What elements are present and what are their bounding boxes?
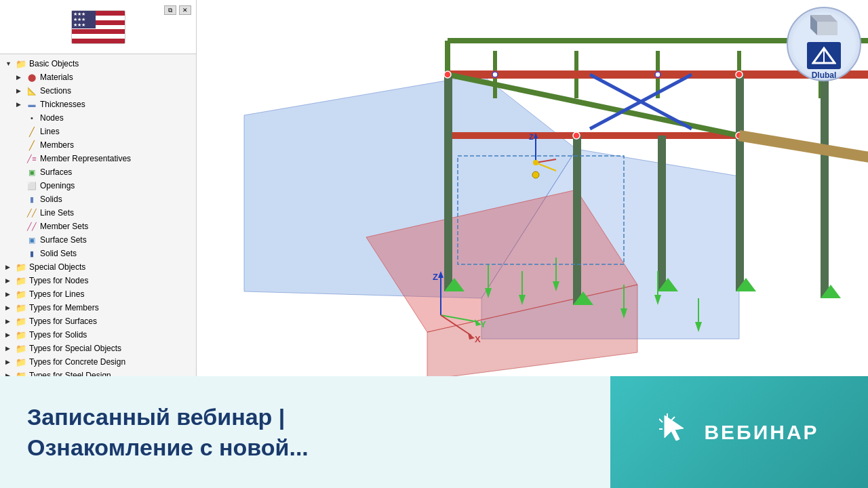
- sidebar-item-types-concrete[interactable]: ▶ 📁 Types for Concrete Design: [0, 355, 196, 369]
- sidebar-item-openings[interactable]: ⬜ Openings: [0, 179, 196, 192]
- sidebar-item-label: Sections: [40, 86, 71, 96]
- sidebar-item-label: Surface Sets: [40, 235, 87, 245]
- svg-rect-28: [821, 75, 829, 298]
- sidebar-item-label: Materials: [40, 73, 73, 82]
- svg-rect-23: [444, 75, 452, 291]
- sidebar-item-types-members[interactable]: ▶ 📁 Types for Members: [0, 301, 196, 314]
- sidebar-item-types-nodes[interactable]: ▶ 📁 Types for Nodes: [0, 274, 196, 287]
- dlubal-logo: Dlubal: [787, 7, 861, 81]
- banner-text-area: Записанный вебинар | Ознакомление с ново…: [0, 388, 570, 475]
- dlubal-badge: [807, 42, 841, 69]
- sidebar-item-types-special-objects[interactable]: ▶ 📁 Types for Special Objects: [0, 342, 196, 355]
- members-icon: ╱: [26, 139, 38, 151]
- sidebar-item-special-objects[interactable]: ▶ 📁 Special Objects: [0, 260, 196, 274]
- line-sets-icon: ╱╱: [26, 207, 38, 219]
- sidebar-item-label: Openings: [40, 181, 75, 190]
- sidebar-item-label: Types for Special Objects: [29, 344, 121, 353]
- sidebar-item-surfaces[interactable]: ▣ Surfaces: [0, 165, 196, 179]
- language-flag[interactable]: [71, 10, 125, 44]
- sidebar-item-types-steel[interactable]: ▶ 📁 Types for Steel Design: [0, 369, 196, 376]
- sidebar-item-materials[interactable]: ▶ ⬤ Materials: [0, 70, 196, 84]
- expand-arrow: ▶: [5, 359, 15, 365]
- sidebar-item-label: Thicknesses: [40, 100, 85, 109]
- sidebar-item-member-representatives[interactable]: ╱≡ Member Representatives: [0, 152, 196, 165]
- folder-icon: 📁: [15, 369, 27, 376]
- left-panel: ⧉ ✕ ▼ 📁 Basic Objects ▶ ⬤ Materials ▶ 📐 …: [0, 0, 197, 376]
- sidebar-item-line-sets[interactable]: ╱╱ Line Sets: [0, 206, 196, 220]
- restore-button[interactable]: ⧉: [164, 5, 176, 15]
- folder-icon: 📁: [15, 342, 27, 354]
- basic-objects-group[interactable]: ▼ 📁 Basic Objects: [0, 57, 196, 70]
- sidebar-item-label: Types for Concrete Design: [29, 357, 125, 367]
- expand-arrow: ▶: [5, 318, 15, 325]
- banner-right[interactable]: ВЕБИНАР: [610, 376, 868, 488]
- sidebar-item-label: Solids: [40, 195, 62, 204]
- sidebar-item-thicknesses[interactable]: ▶ ▬ Thicknesses: [0, 98, 196, 111]
- sidebar-item-sections[interactable]: ▶ 📐 Sections: [0, 84, 196, 98]
- nodes-icon: •: [26, 112, 38, 124]
- folder-icon: 📁: [15, 288, 27, 300]
- sidebar-item-nodes[interactable]: • Nodes: [0, 111, 196, 125]
- sidebar-item-surface-sets[interactable]: ▣ Surface Sets: [0, 233, 196, 247]
- sidebar-item-solid-sets[interactable]: ▮ Solid Sets: [0, 247, 196, 260]
- svg-text:X: X: [475, 334, 481, 344]
- svg-text:Y: Y: [480, 319, 486, 329]
- sidebar-item-label: Members: [40, 140, 74, 150]
- svg-point-61: [533, 160, 538, 165]
- sidebar-item-types-lines[interactable]: ▶ 📁 Types for Lines: [0, 287, 196, 301]
- sidebar-item-types-solids[interactable]: ▶ 📁 Types for Solids: [0, 328, 196, 342]
- sidebar-item-label: Member Sets: [40, 222, 88, 231]
- sidebar-item-label: Member Representatives: [40, 154, 131, 163]
- folder-icon: 📁: [15, 58, 27, 70]
- svg-point-72: [532, 171, 539, 178]
- top-bar: ⧉ ✕: [0, 0, 197, 54]
- sidebar-item-label: Types for Lines: [29, 289, 84, 299]
- dlubal-name-label: Dlubal: [812, 70, 837, 80]
- sidebar-item-members[interactable]: ╱ Members: [0, 138, 196, 152]
- lines-icon: ╱: [26, 125, 38, 138]
- materials-icon: ⬤: [26, 71, 38, 83]
- svg-line-80: [659, 419, 663, 422]
- surfaces-icon: ▣: [26, 166, 38, 178]
- thicknesses-icon: ▬: [26, 98, 38, 110]
- expand-arrow: ▶: [5, 277, 15, 284]
- svg-text:Z: Z: [433, 272, 438, 282]
- close-button[interactable]: ✕: [179, 5, 191, 15]
- svg-rect-27: [658, 136, 666, 291]
- sidebar-item-solids[interactable]: ▮ Solids: [0, 192, 196, 206]
- sidebar-item-label: Types for Solids: [29, 330, 87, 340]
- folder-icon: 📁: [15, 302, 27, 314]
- sidebar-item-lines[interactable]: ╱ Lines: [0, 125, 196, 138]
- sidebar-item-label: Types for Nodes: [29, 276, 88, 285]
- expand-arrow: ▶: [16, 87, 26, 94]
- sidebar-item-label: Types for Members: [29, 303, 99, 312]
- sidebar-item-member-sets[interactable]: ╱╱ Member Sets: [0, 220, 196, 233]
- expand-arrow: ▶: [16, 74, 26, 81]
- diagonal-separator: [570, 376, 610, 488]
- svg-point-63: [736, 71, 743, 78]
- expand-arrow: ▶: [5, 331, 15, 338]
- folder-icon: 📁: [15, 261, 27, 273]
- sidebar-item-label: Special Objects: [29, 262, 85, 272]
- sidebar-item-label: Line Sets: [40, 208, 74, 218]
- banner-line2: Ознакомление с новой...: [27, 432, 309, 462]
- sidebar-item-label: Surfaces: [40, 167, 72, 177]
- 3d-model-svg: Z Y X Z: [197, 0, 868, 376]
- folder-icon: 📁: [15, 274, 27, 287]
- svg-text:Z: Z: [529, 133, 534, 141]
- svg-marker-79: [665, 415, 684, 441]
- dlubal-cube-icon: [804, 8, 844, 42]
- folder-icon: 📁: [15, 329, 27, 341]
- member-rep-icon: ╱≡: [26, 152, 38, 165]
- svg-line-83: [671, 417, 675, 420]
- member-sets-icon: ╱╱: [26, 220, 38, 232]
- svg-point-68: [655, 72, 660, 77]
- banner-main-text: Записанный вебинар | Ознакомление с ново…: [27, 402, 309, 462]
- basic-objects-label: Basic Objects: [29, 59, 79, 68]
- solids-icon: ▮: [26, 193, 38, 205]
- banner-line1: Записанный вебинар |: [27, 402, 309, 432]
- sections-icon: 📐: [26, 85, 38, 97]
- sidebar-item-label: Nodes: [40, 113, 64, 123]
- sidebar-item-types-surfaces[interactable]: ▶ 📁 Types for Surfaces: [0, 314, 196, 328]
- expand-arrow: ▼: [5, 60, 15, 67]
